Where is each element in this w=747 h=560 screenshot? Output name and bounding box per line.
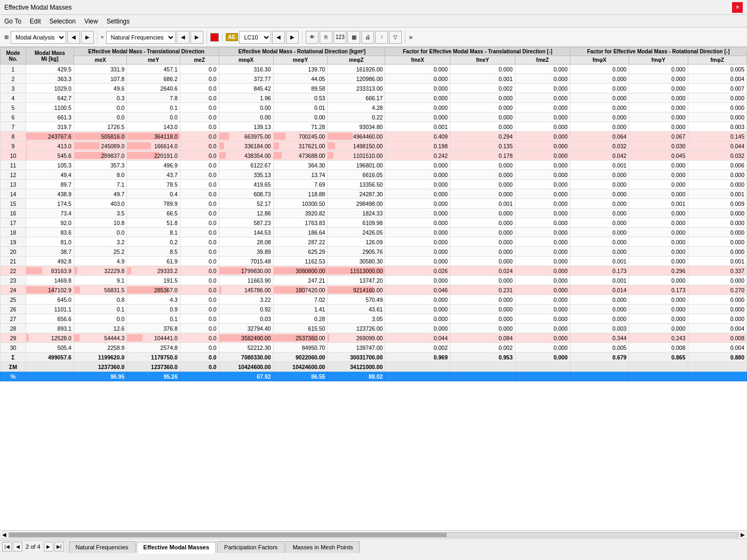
tab-participation[interactable]: Participation Factors [217, 541, 284, 553]
freq-prev-btn[interactable]: ◀ [177, 31, 189, 44]
table-cell: 0.000 [629, 228, 688, 237]
table-cell: 0.000 [629, 103, 688, 113]
tab-natural-freq[interactable]: Natural Frequencies [69, 541, 136, 553]
table-cell: 0.000 [629, 209, 688, 218]
table-cell: 0.0 [180, 170, 219, 180]
menu-view[interactable]: View [84, 18, 98, 25]
table-cell: 0.000 [629, 113, 688, 122]
table-cell: 144.53 [219, 228, 273, 237]
table-cell: 126.09 [328, 237, 385, 247]
summ-cell [688, 362, 747, 372]
mode-number: 17 [1, 218, 26, 228]
tab-effective-modal[interactable]: Effective Modal Masses [137, 542, 217, 554]
page-next-btn[interactable]: ▶ [44, 542, 53, 551]
bottom-bar: |◀ ◀ 2 of 4 ▶ ▶| Natural Frequencies Eff… [0, 539, 747, 554]
nav-prev-btn[interactable]: ◀ [67, 31, 80, 44]
toolbar-group-freq: ≈ Natural Frequencies ◀ ▶ [101, 31, 207, 44]
table-cell: 89.58 [273, 84, 328, 93]
scroll-right-btn[interactable]: ▶ [738, 532, 747, 538]
table-cell: 0.270 [688, 285, 747, 295]
page-prev-btn[interactable]: ◀ [13, 542, 22, 551]
color-indicator[interactable] [210, 33, 219, 42]
tool-btn-5[interactable]: 🖨 [361, 31, 374, 44]
mode-number: 16 [1, 209, 26, 218]
table-cell: 0.000 [450, 93, 515, 103]
table-cell: 505816.0 [74, 132, 126, 141]
horizontal-scrollbar[interactable]: ◀ ▶ [0, 530, 747, 539]
tool-btn-3[interactable]: 123 [333, 31, 346, 44]
close-button[interactable]: ✕ [732, 2, 743, 13]
table-cell: 0.0 [180, 314, 219, 324]
table-container[interactable]: ModeNo. Modal MassMi [kg] Effective Moda… [0, 47, 747, 530]
table-cell: 44.05 [273, 74, 328, 84]
table-cell: 0.000 [515, 228, 570, 237]
col-group-ftrans: Factor for Effective Modal Mass - Transl… [385, 47, 570, 56]
analysis-dropdown[interactable]: Modal Analysis [11, 31, 66, 44]
table-cell: 0.000 [450, 257, 515, 266]
table-cell: 4964460.00 [328, 132, 385, 141]
mode-number: 12 [1, 170, 26, 180]
table-cell: 66.5 [127, 209, 180, 218]
menu-settings[interactable]: Settings [107, 18, 130, 25]
table-cell: 0.0 [180, 218, 219, 228]
menu-edit[interactable]: Edit [30, 18, 41, 25]
tool-btn-1[interactable]: 👁 [306, 31, 319, 44]
table-cell: 56831.5 [74, 285, 126, 295]
lc-next-btn[interactable]: ▶ [286, 31, 299, 44]
nav-next-btn[interactable]: ▶ [81, 31, 94, 44]
table-cell: 642.7 [26, 93, 74, 103]
tab-bar: Natural Frequencies Effective Modal Mass… [66, 540, 747, 553]
table-cell: 700245.00 [273, 132, 328, 141]
scroll-left-btn[interactable]: ◀ [0, 532, 9, 538]
table-cell: 0.000 [570, 228, 629, 237]
lc-dropdown[interactable]: LC10 [239, 31, 271, 44]
tool-btn-2[interactable]: ⎘ [320, 31, 332, 44]
lc-prev-btn[interactable]: ◀ [272, 31, 285, 44]
scroll-thumb[interactable] [9, 533, 447, 537]
menu-goto[interactable]: Go To [4, 18, 21, 25]
table-cell: 0.000 [515, 74, 570, 84]
table-cell: 52.17 [219, 199, 273, 209]
table-cell: 336184.00 [219, 141, 273, 151]
table-cell: 0.000 [515, 218, 570, 228]
tool-btn-6[interactable]: ↑ [375, 31, 388, 44]
tool-btn-4[interactable]: ▦ [347, 31, 360, 44]
table-cell: 0.045 [629, 151, 688, 161]
summ-cell: 10424600.00 [219, 362, 273, 372]
table-cell: 0.0 [74, 314, 126, 324]
menu-selection[interactable]: Selection [50, 18, 76, 25]
summ-cell: 34121000.00 [328, 362, 385, 372]
mode-number: 21 [1, 257, 26, 266]
table-cell: 0.000 [515, 170, 570, 180]
page-last-btn[interactable]: ▶| [54, 542, 64, 551]
more-btn[interactable]: » [409, 34, 412, 41]
table-cell: 0.032 [688, 151, 747, 161]
col-group-rot: Effective Modal Mass - Rotational Direct… [219, 47, 385, 56]
table-cell: 0.000 [515, 237, 570, 247]
table-cell: 233313.00 [328, 84, 385, 93]
table-cell: 0.000 [688, 314, 747, 324]
table-cell: 139747.00 [328, 343, 385, 353]
freq-dropdown[interactable]: Natural Frequencies [106, 31, 176, 44]
table-cell: 0.000 [515, 257, 570, 266]
table-cell: 11663.90 [219, 276, 273, 285]
table-cell: 0.000 [385, 113, 450, 122]
table-cell: 8.0 [74, 170, 126, 180]
table-cell: 147102.9 [26, 285, 74, 295]
table-cell: 545.6 [26, 151, 74, 161]
table-cell: 0.001 [450, 74, 515, 84]
table-cell: 0.005 [570, 343, 629, 353]
table-cell: 0.000 [385, 276, 450, 285]
tab-masses-mesh[interactable]: Masses in Mesh Points [285, 541, 360, 553]
scroll-track[interactable] [9, 532, 738, 538]
table-cell: 0.000 [515, 247, 570, 257]
table-cell: 357.3 [74, 161, 126, 170]
col-fmphiy: fmφY [629, 56, 688, 65]
page-first-btn[interactable]: |◀ [2, 542, 12, 551]
col-mex: meX [74, 56, 126, 65]
tool-btn-7[interactable]: ▽ [389, 31, 402, 44]
freq-next-btn[interactable]: ▶ [190, 31, 203, 44]
table-cell: 0.000 [450, 305, 515, 314]
table-cell: 0.000 [450, 237, 515, 247]
table-cell: 656.6 [26, 314, 74, 324]
